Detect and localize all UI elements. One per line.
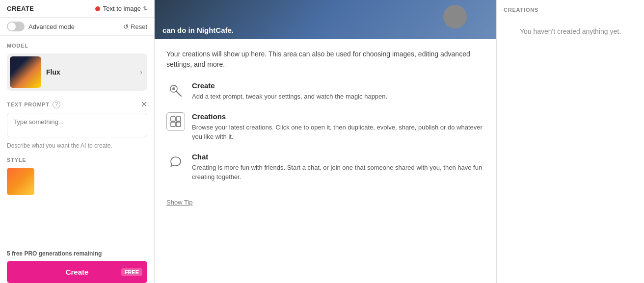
show-tip-button[interactable]: Show Tip — [166, 195, 192, 210]
svg-point-5 — [171, 91, 172, 92]
style-section: STYLE — [7, 157, 147, 195]
model-thumbnail — [10, 56, 41, 88]
header-right: Text to image ⇅ — [95, 5, 147, 12]
svg-rect-8 — [171, 122, 175, 127]
feature-creations-desc: Browse your latest creations. Click one … — [192, 123, 484, 142]
creations-feature-icon — [166, 112, 185, 131]
mode-selector[interactable]: Text to image ⇅ — [103, 5, 147, 12]
free-gen-text: 5 free PRO generations remaining — [7, 250, 147, 261]
notification-dot — [95, 6, 100, 11]
create-feature-icon — [166, 81, 185, 100]
hero-avatar — [443, 5, 467, 28]
help-icon[interactable]: ? — [53, 101, 60, 108]
chat-feature-icon — [166, 153, 185, 171]
advanced-mode-label: Advanced mode — [28, 23, 75, 30]
creations-section-label: CREATIONS — [504, 7, 637, 13]
feature-create-title: Create — [192, 81, 387, 90]
chevron-updown-icon: ⇅ — [143, 5, 147, 12]
free-badge: FREE — [121, 268, 142, 276]
model-name: Flux — [41, 68, 140, 76]
right-panel: CREATIONS You haven't created anything y… — [497, 0, 644, 283]
feature-item-creations: Creations Browse your latest creations. … — [166, 112, 484, 142]
create-title: CREATE — [7, 5, 34, 12]
reset-icon: ↺ — [123, 23, 129, 30]
model-chevron-icon: › — [140, 68, 142, 76]
svg-rect-6 — [171, 117, 175, 121]
left-scrollable: MODEL Flux › TEXT PROMPT ? ✕ Describe wh… — [0, 36, 154, 246]
hero-text: can do in NightCafe. — [162, 26, 234, 34]
feature-creations-text: Creations Browse your latest creations. … — [192, 112, 484, 142]
style-section-label: STYLE — [7, 157, 147, 163]
middle-content: Your creations will show up here. This a… — [155, 39, 496, 220]
text-prompt-section-label: TEXT PROMPT — [7, 102, 50, 107]
svg-rect-9 — [176, 122, 181, 127]
toggle-knob — [8, 23, 16, 30]
toggle-wrap: Advanced mode — [7, 22, 75, 31]
text-prompt-input[interactable] — [7, 113, 147, 137]
create-button-label: Create — [66, 268, 89, 276]
svg-point-3 — [171, 85, 173, 87]
svg-point-1 — [172, 87, 175, 90]
hero-image: can do in NightCafe. — [155, 0, 496, 39]
svg-line-2 — [176, 91, 181, 96]
model-card[interactable]: Flux › — [7, 53, 147, 91]
close-icon[interactable]: ✕ — [141, 100, 147, 109]
feature-creations-title: Creations — [192, 112, 484, 121]
reset-button[interactable]: ↺ Reset — [123, 23, 147, 30]
text-prompt-header: TEXT PROMPT ? ✕ — [7, 100, 147, 109]
feature-item-chat: Chat Creating is more fun with friends. … — [166, 153, 484, 182]
reset-label: Reset — [131, 23, 147, 30]
feature-chat-text: Chat Creating is more fun with friends. … — [192, 153, 484, 182]
left-controls: Advanced mode ↺ Reset — [0, 18, 154, 36]
feature-create-text: Create Add a text prompt, tweak your set… — [192, 81, 387, 102]
feature-chat-title: Chat — [192, 153, 484, 161]
create-button[interactable]: Create FREE — [7, 261, 147, 283]
svg-point-4 — [175, 86, 176, 87]
mode-selector-label: Text to image — [103, 5, 141, 12]
prompt-hint: Describe what you want the AI to create. — [7, 142, 147, 149]
feature-create-desc: Add a text prompt, tweak your settings, … — [192, 92, 387, 102]
feature-item-create: Create Add a text prompt, tweak your set… — [166, 81, 484, 102]
left-header: CREATE Text to image ⇅ — [0, 0, 154, 18]
middle-panel: can do in NightCafe. Your creations will… — [155, 0, 497, 283]
feature-chat-desc: Creating is more fun with friends. Start… — [192, 163, 484, 182]
left-bottom: 5 free PRO generations remaining Create … — [0, 246, 154, 283]
style-thumb-row — [7, 168, 147, 195]
no-creations-text: You haven't created anything yet. — [504, 27, 637, 35]
free-gen-count: 5 — [7, 250, 10, 257]
free-gen-remaining-label: free PRO generations remaining — [12, 250, 102, 257]
advanced-mode-toggle[interactable] — [7, 22, 25, 31]
style-thumbnail[interactable] — [7, 168, 34, 195]
middle-description: Your creations will show up here. This a… — [166, 49, 484, 70]
text-prompt-label-group: TEXT PROMPT ? — [7, 101, 60, 108]
svg-rect-7 — [176, 117, 181, 121]
left-panel: CREATE Text to image ⇅ Advanced mode ↺ R… — [0, 0, 155, 283]
model-section-label: MODEL — [7, 43, 147, 49]
